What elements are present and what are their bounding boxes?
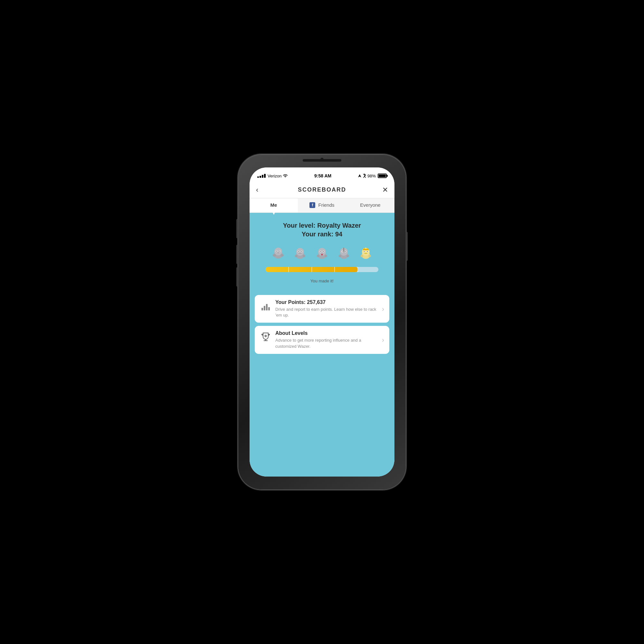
svg-point-33 xyxy=(339,255,341,257)
tab-me-label: Me xyxy=(270,202,277,208)
status-left: Verizon xyxy=(257,174,288,178)
levels-card[interactable]: About Levels Advance to get more reporti… xyxy=(255,326,389,354)
progress-div-4 xyxy=(335,267,358,272)
svg-point-6 xyxy=(277,252,279,253)
battery-fill xyxy=(379,175,386,177)
battery-pct-label: 98% xyxy=(367,174,376,178)
svg-point-14 xyxy=(301,251,302,252)
levels-card-title: About Levels xyxy=(275,330,378,336)
carrier-label: Verizon xyxy=(268,174,281,178)
bar-4 xyxy=(268,307,270,310)
main-content: Your level: Royalty Wazer Your rank: 94 xyxy=(250,213,394,477)
level-section: Your level: Royalty Wazer Your rank: 94 xyxy=(250,213,394,295)
close-button[interactable]: ✕ xyxy=(378,186,388,194)
svg-point-12 xyxy=(298,251,299,252)
tab-friends[interactable]: f Friends xyxy=(298,198,346,213)
svg-point-8 xyxy=(280,254,284,257)
levels-card-body: About Levels Advance to get more reporti… xyxy=(275,330,378,349)
wazers-row xyxy=(256,244,388,264)
points-icon-wrap xyxy=(260,300,271,312)
svg-point-34 xyxy=(346,255,349,257)
wazer-baby xyxy=(269,244,288,264)
progress-div-1 xyxy=(266,267,289,272)
svg-point-23 xyxy=(317,255,319,257)
levels-card-desc: Advance to get more reporting influence … xyxy=(275,337,378,349)
tab-everyone[interactable]: Everyone xyxy=(346,198,394,213)
bar-3 xyxy=(266,304,268,310)
status-right: 98% xyxy=(358,174,387,178)
points-card-body: Your Points: 257,637 Drive and report to… xyxy=(275,299,378,318)
wazer-royal xyxy=(356,244,375,264)
svg-point-3 xyxy=(276,251,277,251)
svg-point-42 xyxy=(365,248,366,249)
tab-me[interactable]: Me xyxy=(250,198,298,213)
tab-bar: Me f Friends Everyone xyxy=(250,198,394,213)
status-bar: Verizon 9:58 AM xyxy=(250,167,394,182)
progress-arrow xyxy=(371,273,376,278)
svg-point-38 xyxy=(364,251,365,252)
progress-track xyxy=(266,267,378,272)
screen-content: Verizon 9:58 AM xyxy=(250,167,394,477)
points-card[interactable]: Your Points: 257,637 Drive and report to… xyxy=(255,295,389,323)
nav-bar: ‹ SCOREBOARD ✕ xyxy=(250,182,394,198)
nav-title: SCOREBOARD xyxy=(298,186,346,193)
signal-icon xyxy=(257,174,266,178)
tab-everyone-label: Everyone xyxy=(360,202,380,208)
wazer-smile xyxy=(290,244,310,264)
trophy-icon xyxy=(260,332,271,342)
location-icon xyxy=(358,174,362,178)
svg-point-5 xyxy=(279,251,280,251)
tab-friends-label: Friends xyxy=(318,202,334,208)
points-chevron-icon: › xyxy=(382,305,384,313)
svg-point-7 xyxy=(273,254,276,257)
rank-title: Your rank: 94 xyxy=(256,231,388,238)
svg-point-1 xyxy=(274,248,282,255)
bluetooth-icon xyxy=(363,174,366,178)
svg-point-40 xyxy=(367,251,368,252)
facebook-icon: f xyxy=(309,202,315,208)
bar-2 xyxy=(264,306,265,310)
progress-div-2 xyxy=(289,267,312,272)
svg-point-10 xyxy=(296,248,304,256)
progress-container xyxy=(256,267,388,272)
svg-point-16 xyxy=(303,255,305,257)
wazer-warrior xyxy=(334,244,354,264)
battery-icon xyxy=(378,174,387,178)
phone-camera xyxy=(320,158,324,161)
wazer-heart xyxy=(312,244,332,264)
levels-icon-wrap xyxy=(260,331,271,343)
level-title: Your level: Royalty Wazer xyxy=(256,222,388,229)
phone-device: Verizon 9:58 AM xyxy=(238,155,406,489)
wifi-icon xyxy=(283,174,288,178)
progress-fill xyxy=(266,267,358,272)
phone-screen: Verizon 9:58 AM xyxy=(250,167,394,477)
points-bars-icon xyxy=(261,301,270,310)
svg-point-15 xyxy=(295,255,298,257)
cards-section: Your Points: 257,637 Drive and report to… xyxy=(250,295,394,356)
you-made-it-label: You made it! xyxy=(256,279,388,283)
svg-point-43 xyxy=(361,255,363,257)
svg-rect-41 xyxy=(363,249,369,250)
svg-rect-32 xyxy=(342,251,346,252)
levels-chevron-icon: › xyxy=(382,336,384,344)
bar-1 xyxy=(261,308,263,310)
svg-point-20 xyxy=(320,251,321,252)
time-label: 9:58 AM xyxy=(314,173,331,178)
points-card-desc: Drive and report to earn points. Learn h… xyxy=(275,307,378,318)
svg-point-44 xyxy=(368,255,371,257)
progress-segments xyxy=(266,267,358,272)
points-card-title: Your Points: 257,637 xyxy=(275,299,378,305)
svg-point-22 xyxy=(323,251,324,252)
svg-point-24 xyxy=(325,255,327,257)
back-button[interactable]: ‹ xyxy=(256,186,266,194)
progress-div-3 xyxy=(312,267,335,272)
